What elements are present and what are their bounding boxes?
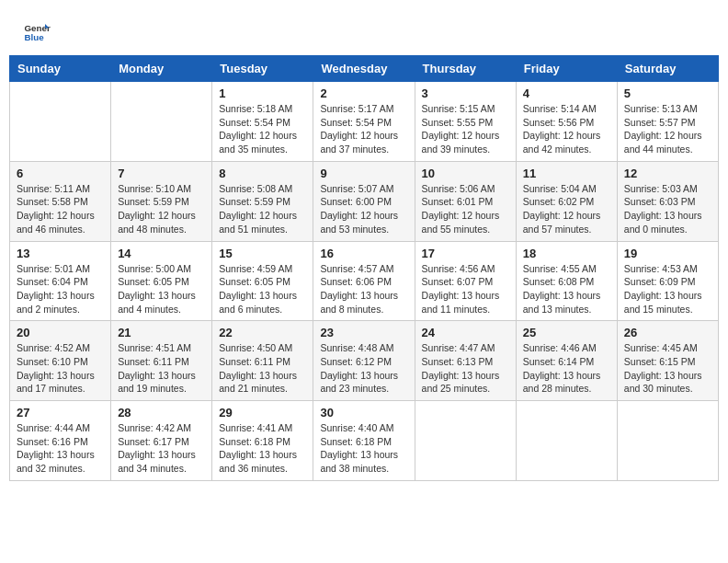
day-info: Sunrise: 4:41 AMSunset: 6:18 PMDaylight:…	[219, 421, 306, 476]
calendar-cell: 5Sunrise: 5:13 AMSunset: 5:57 PMDaylight…	[617, 82, 718, 162]
day-info: Sunrise: 5:00 AMSunset: 6:05 PMDaylight:…	[118, 262, 205, 316]
day-info: Sunrise: 5:11 AMSunset: 5:58 PMDaylight:…	[17, 182, 104, 236]
calendar-cell	[415, 401, 516, 481]
weekday-header: Friday	[516, 56, 617, 82]
day-number: 12	[624, 167, 711, 180]
day-number: 3	[422, 86, 509, 100]
day-info: Sunrise: 5:06 AMSunset: 6:01 PMDaylight:…	[422, 182, 509, 236]
day-info: Sunrise: 4:48 AMSunset: 6:12 PMDaylight:…	[320, 341, 407, 396]
day-info: Sunrise: 5:13 AMSunset: 5:57 PMDaylight:…	[624, 102, 711, 156]
day-number: 22	[219, 326, 306, 339]
day-info: Sunrise: 4:59 AMSunset: 6:05 PMDaylight:…	[219, 262, 306, 316]
day-number: 23	[320, 326, 407, 339]
calendar-cell	[10, 82, 111, 162]
calendar-week-row: 6Sunrise: 5:11 AMSunset: 5:58 PMDaylight…	[10, 161, 719, 241]
weekday-header: Thursday	[415, 56, 516, 82]
day-info: Sunrise: 5:10 AMSunset: 5:59 PMDaylight:…	[118, 182, 205, 236]
logo-icon: General Blue	[23, 18, 51, 46]
weekday-header: Sunday	[10, 56, 111, 82]
calendar-week-row: 20Sunrise: 4:52 AMSunset: 6:10 PMDayligh…	[10, 321, 719, 401]
day-number: 14	[118, 247, 205, 260]
day-info: Sunrise: 4:47 AMSunset: 6:13 PMDaylight:…	[422, 341, 509, 396]
day-info: Sunrise: 5:14 AMSunset: 5:56 PMDaylight:…	[523, 102, 610, 156]
weekday-header: Saturday	[617, 56, 718, 82]
day-info: Sunrise: 5:04 AMSunset: 6:02 PMDaylight:…	[523, 182, 610, 236]
day-info: Sunrise: 5:08 AMSunset: 5:59 PMDaylight:…	[219, 182, 306, 236]
day-number: 26	[624, 326, 711, 339]
calendar-cell: 27Sunrise: 4:44 AMSunset: 6:16 PMDayligh…	[10, 401, 111, 481]
day-info: Sunrise: 5:01 AMSunset: 6:04 PMDaylight:…	[17, 262, 104, 316]
calendar-cell: 11Sunrise: 5:04 AMSunset: 6:02 PMDayligh…	[516, 161, 617, 241]
calendar-cell: 24Sunrise: 4:47 AMSunset: 6:13 PMDayligh…	[415, 321, 516, 401]
calendar-cell: 8Sunrise: 5:08 AMSunset: 5:59 PMDaylight…	[212, 161, 313, 241]
day-number: 6	[17, 167, 104, 180]
day-number: 7	[118, 167, 205, 180]
day-info: Sunrise: 4:42 AMSunset: 6:17 PMDaylight:…	[118, 421, 205, 476]
day-number: 15	[219, 247, 306, 260]
day-info: Sunrise: 5:18 AMSunset: 5:54 PMDaylight:…	[219, 102, 306, 156]
calendar-cell: 2Sunrise: 5:17 AMSunset: 5:54 PMDaylight…	[313, 82, 415, 162]
day-number: 16	[320, 247, 407, 260]
calendar-header-row: SundayMondayTuesdayWednesdayThursdayFrid…	[10, 56, 719, 82]
day-info: Sunrise: 4:56 AMSunset: 6:07 PMDaylight:…	[422, 262, 509, 316]
calendar-cell: 23Sunrise: 4:48 AMSunset: 6:12 PMDayligh…	[313, 321, 415, 401]
calendar-cell: 15Sunrise: 4:59 AMSunset: 6:05 PMDayligh…	[212, 241, 313, 321]
weekday-header: Monday	[111, 56, 212, 82]
day-info: Sunrise: 4:44 AMSunset: 6:16 PMDaylight:…	[17, 421, 104, 476]
calendar-cell: 14Sunrise: 5:00 AMSunset: 6:05 PMDayligh…	[111, 241, 212, 321]
day-number: 21	[118, 326, 205, 339]
day-info: Sunrise: 4:40 AMSunset: 6:18 PMDaylight:…	[320, 421, 407, 476]
weekday-header: Wednesday	[313, 56, 415, 82]
day-number: 11	[523, 167, 610, 180]
day-number: 9	[320, 167, 407, 180]
calendar-cell: 21Sunrise: 4:51 AMSunset: 6:11 PMDayligh…	[111, 321, 212, 401]
calendar-cell: 10Sunrise: 5:06 AMSunset: 6:01 PMDayligh…	[415, 161, 516, 241]
day-info: Sunrise: 5:17 AMSunset: 5:54 PMDaylight:…	[320, 102, 407, 156]
day-number: 4	[523, 86, 610, 100]
day-number: 1	[219, 86, 306, 100]
calendar-cell: 13Sunrise: 5:01 AMSunset: 6:04 PMDayligh…	[10, 241, 111, 321]
day-number: 25	[523, 326, 610, 339]
calendar-week-row: 27Sunrise: 4:44 AMSunset: 6:16 PMDayligh…	[10, 401, 719, 481]
calendar-cell: 18Sunrise: 4:55 AMSunset: 6:08 PMDayligh…	[516, 241, 617, 321]
day-number: 8	[219, 167, 306, 180]
day-info: Sunrise: 5:03 AMSunset: 6:03 PMDaylight:…	[624, 182, 711, 236]
day-number: 2	[320, 86, 407, 100]
day-info: Sunrise: 4:51 AMSunset: 6:11 PMDaylight:…	[118, 341, 205, 396]
header: General Blue	[9, 9, 719, 51]
day-number: 24	[422, 326, 509, 339]
day-info: Sunrise: 4:57 AMSunset: 6:06 PMDaylight:…	[320, 262, 407, 316]
calendar-cell: 16Sunrise: 4:57 AMSunset: 6:06 PMDayligh…	[313, 241, 415, 321]
logo: General Blue	[23, 18, 51, 46]
calendar-cell	[516, 401, 617, 481]
calendar-cell: 3Sunrise: 5:15 AMSunset: 5:55 PMDaylight…	[415, 82, 516, 162]
calendar-week-row: 13Sunrise: 5:01 AMSunset: 6:04 PMDayligh…	[10, 241, 719, 321]
day-info: Sunrise: 5:15 AMSunset: 5:55 PMDaylight:…	[422, 102, 509, 156]
day-number: 29	[219, 406, 306, 419]
calendar-cell: 1Sunrise: 5:18 AMSunset: 5:54 PMDaylight…	[212, 82, 313, 162]
calendar-cell: 9Sunrise: 5:07 AMSunset: 6:00 PMDaylight…	[313, 161, 415, 241]
weekday-header: Tuesday	[212, 56, 313, 82]
calendar-cell: 12Sunrise: 5:03 AMSunset: 6:03 PMDayligh…	[617, 161, 718, 241]
day-number: 5	[624, 86, 711, 100]
day-info: Sunrise: 4:55 AMSunset: 6:08 PMDaylight:…	[523, 262, 610, 316]
day-info: Sunrise: 4:50 AMSunset: 6:11 PMDaylight:…	[219, 341, 306, 396]
calendar-week-row: 1Sunrise: 5:18 AMSunset: 5:54 PMDaylight…	[10, 82, 719, 162]
calendar-cell: 28Sunrise: 4:42 AMSunset: 6:17 PMDayligh…	[111, 401, 212, 481]
day-info: Sunrise: 5:07 AMSunset: 6:00 PMDaylight:…	[320, 182, 407, 236]
day-number: 19	[624, 247, 711, 260]
calendar-cell: 29Sunrise: 4:41 AMSunset: 6:18 PMDayligh…	[212, 401, 313, 481]
day-number: 27	[17, 406, 104, 419]
day-info: Sunrise: 4:52 AMSunset: 6:10 PMDaylight:…	[17, 341, 104, 396]
day-number: 10	[422, 167, 509, 180]
calendar-cell	[111, 82, 212, 162]
svg-text:Blue: Blue	[25, 32, 45, 42]
day-number: 18	[523, 247, 610, 260]
day-info: Sunrise: 4:45 AMSunset: 6:15 PMDaylight:…	[624, 341, 711, 396]
calendar-cell: 19Sunrise: 4:53 AMSunset: 6:09 PMDayligh…	[617, 241, 718, 321]
calendar-cell: 20Sunrise: 4:52 AMSunset: 6:10 PMDayligh…	[10, 321, 111, 401]
day-info: Sunrise: 4:53 AMSunset: 6:09 PMDaylight:…	[624, 262, 711, 316]
day-number: 20	[17, 326, 104, 339]
calendar-cell: 4Sunrise: 5:14 AMSunset: 5:56 PMDaylight…	[516, 82, 617, 162]
day-number: 13	[17, 247, 104, 260]
